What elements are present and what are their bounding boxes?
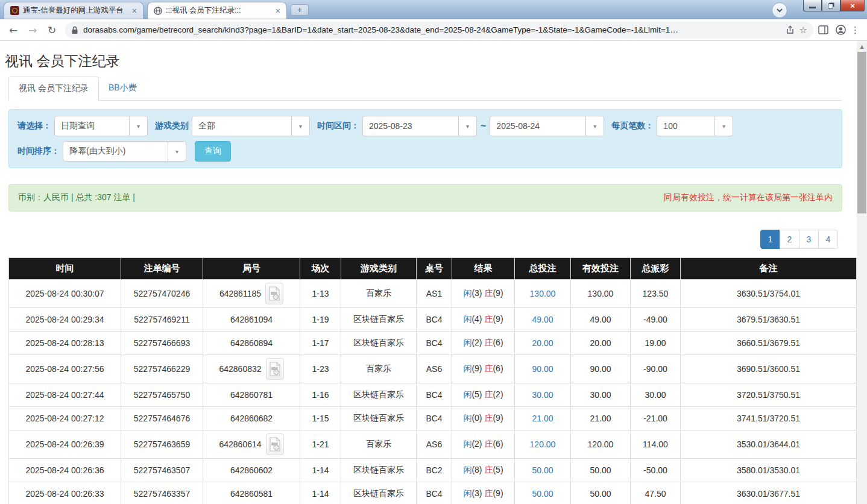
profile-avatar-icon[interactable] bbox=[836, 25, 846, 35]
cell-round-id: 642861185 bbox=[203, 280, 300, 308]
cell-round-id: 642860781 bbox=[203, 383, 300, 407]
chevron-down-icon[interactable]: ▾ bbox=[129, 116, 147, 136]
browser-tab-1[interactable]: 通宝-信誉最好的网上游戏平台 × bbox=[4, 2, 143, 19]
total-bet-link[interactable]: 120.00 bbox=[530, 439, 556, 449]
browser-tab-2[interactable]: :::视讯 会员下注纪录::: × bbox=[147, 2, 287, 19]
scroll-up-icon[interactable]: ▲ bbox=[857, 41, 867, 49]
chevron-down-icon[interactable]: ▾ bbox=[585, 116, 604, 136]
refresh-icon[interactable]: ↻ bbox=[43, 22, 60, 39]
round-id-text: 642860894 bbox=[230, 338, 273, 348]
total-bet-link[interactable]: 20.00 bbox=[532, 338, 553, 348]
video-replay-icon[interactable] bbox=[266, 433, 284, 455]
filter-row-2: 时间排序： 降幂(由大到小) ▾ 查询 bbox=[16, 141, 834, 162]
result-player-points: (2) bbox=[471, 338, 482, 347]
result-banker: 庄 bbox=[484, 439, 493, 449]
tab-bet-records[interactable]: 视讯 会员下注纪录 bbox=[8, 77, 99, 101]
bookmark-star-icon[interactable]: ☆ bbox=[799, 25, 807, 36]
cell-session: 1-23 bbox=[300, 355, 341, 383]
lock-icon[interactable] bbox=[71, 26, 78, 34]
select-query-type[interactable]: 日期查询 ▾ bbox=[54, 116, 148, 136]
search-button[interactable]: 查询 bbox=[195, 141, 231, 162]
tab-close-icon[interactable]: × bbox=[131, 6, 138, 16]
chevron-down-icon[interactable]: ▾ bbox=[291, 116, 309, 136]
result-player: 闲 bbox=[463, 288, 471, 298]
page-button-3[interactable]: 3 bbox=[799, 230, 819, 249]
cell-bet-id: 522757466693 bbox=[121, 332, 203, 355]
video-replay-icon[interactable] bbox=[266, 358, 284, 380]
video-replay-icon[interactable] bbox=[265, 283, 283, 304]
cell-result: 闲(2) 庄(6) bbox=[452, 430, 515, 459]
result-banker: 庄 bbox=[484, 364, 493, 373]
total-bet-link[interactable]: 49.00 bbox=[532, 315, 553, 324]
minimize-button[interactable] bbox=[803, 0, 822, 11]
filter-label-game-type: 游戏类别 bbox=[155, 121, 189, 131]
cell-total-bet[interactable]: 21.00 bbox=[515, 407, 571, 430]
address-bar[interactable]: dorasabs.com/game/betrecord_search/kind3… bbox=[65, 22, 813, 39]
result-player-points: (2) bbox=[471, 439, 482, 449]
cell-round-id: 642860614 bbox=[203, 430, 300, 459]
column-header: 游戏类别 bbox=[341, 258, 417, 280]
url-text[interactable]: dorasabs.com/game/betrecord_search/kind3… bbox=[83, 25, 781, 34]
summary-bar: 币别：人民币 | 总共 :307 注单 | 同局有效投注，统一计算在该局第一张注… bbox=[8, 184, 842, 212]
total-bet-link[interactable]: 30.00 bbox=[532, 390, 553, 400]
back-icon[interactable]: ← bbox=[5, 22, 22, 39]
cell-valid-bet: 21.00 bbox=[571, 407, 631, 430]
side-panel-icon[interactable] bbox=[818, 25, 828, 34]
total-bet-link[interactable]: 130.00 bbox=[530, 289, 556, 298]
forward-icon[interactable]: → bbox=[24, 22, 41, 39]
cell-session: 1-13 bbox=[300, 280, 341, 308]
filter-label-date-range: 时间区间： bbox=[317, 121, 359, 131]
tab-list-chevron-icon[interactable] bbox=[772, 2, 787, 18]
cell-note: 3660.51/3679.51 bbox=[681, 332, 857, 355]
total-bet-link[interactable]: 90.00 bbox=[532, 364, 553, 374]
select-date-end[interactable]: 2025-08-24 ▾ bbox=[490, 116, 604, 136]
cell-total-bet[interactable]: 120.00 bbox=[515, 430, 571, 459]
cell-total-bet[interactable]: 20.00 bbox=[515, 332, 571, 355]
cell-result: 闲(8) 庄(5) bbox=[452, 459, 515, 482]
tab-close-icon[interactable]: × bbox=[274, 6, 282, 16]
result-banker: 庄 bbox=[484, 389, 493, 399]
page-button-4[interactable]: 4 bbox=[818, 230, 838, 249]
chevron-down-icon[interactable]: ▾ bbox=[458, 116, 476, 136]
cell-valid-bet: 30.00 bbox=[571, 383, 631, 407]
cell-valid-bet: 49.00 bbox=[571, 308, 631, 332]
cell-total-bet[interactable]: 90.00 bbox=[515, 355, 571, 383]
cell-round-id: 642860602 bbox=[203, 459, 300, 482]
new-tab-button[interactable]: + bbox=[291, 4, 309, 16]
select-page-size[interactable]: 100 ▾ bbox=[657, 116, 733, 136]
round-id-text: 642861094 bbox=[230, 315, 273, 324]
round-id-text: 642860602 bbox=[230, 465, 273, 475]
cell-table-code: BC4 bbox=[417, 308, 452, 332]
scrollbar-thumb[interactable] bbox=[857, 52, 866, 213]
total-bet-link[interactable]: 50.00 bbox=[532, 465, 553, 475]
total-bet-link[interactable]: 21.00 bbox=[532, 414, 553, 423]
page-scrollbar[interactable]: ▲ bbox=[857, 41, 867, 504]
select-sort-order[interactable]: 降幂(由大到小) ▾ bbox=[63, 141, 186, 162]
close-button[interactable]: × bbox=[840, 0, 865, 11]
cell-round-id: 642860581 bbox=[203, 482, 300, 504]
page-button-1[interactable]: 1 bbox=[760, 230, 780, 249]
chevron-down-icon[interactable]: ▾ bbox=[714, 116, 733, 136]
result-player: 闲 bbox=[463, 488, 471, 498]
cell-total-bet[interactable]: 50.00 bbox=[515, 482, 571, 504]
page-button-2[interactable]: 2 bbox=[780, 230, 799, 249]
restore-button[interactable] bbox=[822, 0, 840, 11]
cell-valid-bet: 50.00 bbox=[571, 459, 631, 482]
total-bet-link[interactable]: 50.00 bbox=[532, 489, 553, 499]
share-icon[interactable] bbox=[786, 25, 795, 34]
cell-total-bet[interactable]: 49.00 bbox=[515, 308, 571, 332]
cell-total-bet[interactable]: 30.00 bbox=[515, 383, 571, 407]
round-id-text: 642860682 bbox=[230, 414, 273, 423]
currency-total-text: 币别：人民币 | 总共 :307 注单 | bbox=[18, 192, 135, 203]
cell-bet-id: 522757469211 bbox=[121, 308, 203, 332]
menu-kebab-icon[interactable]: ⋮ bbox=[848, 25, 862, 36]
cell-result: 闲(4) 庄(9) bbox=[452, 308, 515, 332]
chevron-down-icon[interactable]: ▾ bbox=[168, 142, 186, 161]
restore-icon bbox=[828, 4, 833, 8]
select-game-type[interactable]: 全部 ▾ bbox=[192, 116, 310, 136]
cell-total-bet[interactable]: 50.00 bbox=[515, 459, 571, 482]
select-date-start[interactable]: 2025-08-23 ▾ bbox=[362, 116, 477, 136]
tab-bb-tips[interactable]: BB小费 bbox=[99, 77, 147, 101]
cell-bet-id: 522757463507 bbox=[121, 459, 203, 482]
cell-total-bet[interactable]: 130.00 bbox=[515, 280, 571, 308]
